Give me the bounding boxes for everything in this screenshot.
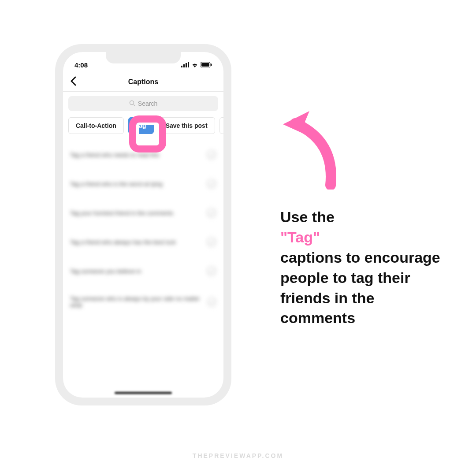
- wifi-icon: [191, 62, 198, 67]
- check-icon: [207, 150, 216, 160]
- home-indicator[interactable]: [115, 392, 172, 394]
- watermark: THEPREVIEWAPP.COM: [193, 452, 283, 459]
- nav-title: Captions: [128, 78, 158, 86]
- check-icon: [207, 208, 216, 218]
- annotation-line1: Use the: [280, 208, 335, 225]
- list-item[interactable]: Tag your funniest friend in the comments: [70, 198, 216, 227]
- chip-tag[interactable]: Tag: [128, 117, 154, 134]
- caption-list: Tag a friend who needs to read this Tag …: [63, 140, 223, 318]
- chip-call-to-action[interactable]: Call-to-Action: [68, 117, 124, 134]
- category-chips: Call-to-Action Tag Save this post Share …: [63, 111, 223, 140]
- chip-share-this[interactable]: Share this p: [219, 117, 223, 134]
- annotation-arrow-icon: [278, 106, 353, 191]
- battery-icon: [201, 62, 212, 67]
- search-input[interactable]: Search: [68, 96, 218, 111]
- svg-rect-3: [188, 62, 189, 67]
- list-item[interactable]: Tag a friend who is the worst at lying: [70, 169, 216, 198]
- svg-rect-5: [201, 63, 209, 67]
- svg-rect-6: [211, 64, 212, 66]
- list-item[interactable]: Tag someone who is always by your side n…: [70, 286, 216, 318]
- svg-rect-1: [183, 64, 185, 67]
- list-item[interactable]: Tag a friend who always has the best luc…: [70, 227, 216, 257]
- svg-line-8: [134, 104, 135, 106]
- phone-screen: 4:08 Captions Searc: [63, 52, 223, 398]
- annotation-text: Use the "Tag" captions to encourage peop…: [280, 207, 452, 328]
- list-item[interactable]: Tag a friend who needs to read this: [70, 140, 216, 169]
- status-icons: [181, 62, 212, 67]
- signal-icon: [181, 62, 189, 67]
- check-icon: [207, 266, 216, 276]
- search-placeholder: Search: [138, 100, 157, 107]
- svg-rect-2: [186, 63, 187, 67]
- back-button[interactable]: [70, 76, 76, 88]
- nav-bar: Captions: [63, 72, 223, 92]
- svg-rect-0: [181, 66, 182, 67]
- annotation-highlight: "Tag": [280, 229, 320, 245]
- svg-point-7: [130, 100, 134, 104]
- check-icon: [207, 179, 216, 189]
- check-icon: [207, 237, 216, 247]
- annotation-rest: captions to encourage people to tag thei…: [280, 249, 440, 327]
- chip-save-this-post[interactable]: Save this post: [158, 117, 215, 134]
- phone-mockup: 4:08 Captions Searc: [55, 44, 231, 405]
- search-icon: [129, 100, 135, 108]
- list-item[interactable]: Tag someone you believe in: [70, 257, 216, 286]
- status-time: 4:08: [74, 61, 88, 69]
- phone-notch: [106, 52, 181, 63]
- check-icon: [207, 297, 216, 307]
